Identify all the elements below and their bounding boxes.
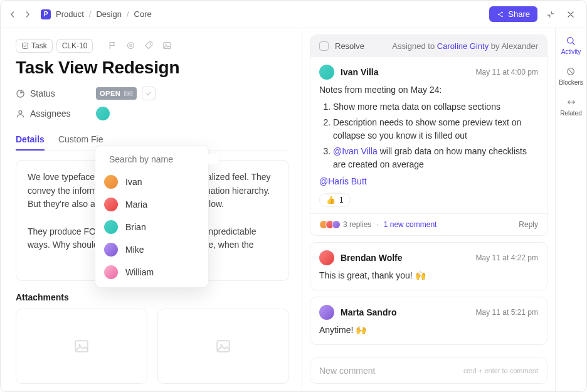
comment-timestamp: May 11 at 4:00 pm: [476, 68, 538, 77]
mention[interactable]: @Haris Butt: [319, 176, 367, 186]
composer-hint: cmd + enter to comment: [463, 367, 538, 374]
avatar: [319, 250, 334, 265]
close-icon[interactable]: [564, 8, 578, 21]
rail-related[interactable]: Related: [560, 97, 581, 117]
assignee-option[interactable]: William: [95, 261, 208, 283]
assignee-dropdown: Ivan Maria Brian Mike William: [95, 145, 209, 288]
task-type-label: Task: [31, 41, 47, 50]
mention[interactable]: @Ivan Villa: [333, 146, 378, 156]
svg-rect-13: [217, 341, 230, 351]
image-icon[interactable]: [160, 38, 174, 53]
assigned-name[interactable]: Caroline Ginty: [437, 41, 489, 51]
comment: Brendan Wolfe May 11 at 4:22 pm This is …: [310, 242, 547, 290]
right-rail: Activity Blockers Related: [555, 28, 586, 391]
breadcrumb-sep: /: [127, 9, 129, 19]
assignee-option[interactable]: Ivan: [95, 171, 208, 193]
attachment-placeholder[interactable]: [157, 309, 289, 384]
svg-point-10: [19, 110, 22, 114]
assignee-option[interactable]: Maria: [95, 193, 208, 216]
tab-details[interactable]: Details: [16, 129, 45, 151]
comment-thread: Resolve Assigned to Caroline Ginty by Al…: [310, 34, 547, 236]
status-value: OPEN: [100, 90, 120, 97]
comment-composer[interactable]: New comment cmd + enter to comment: [310, 358, 547, 384]
svg-point-2: [502, 15, 504, 17]
assignee-avatar[interactable]: [96, 107, 110, 120]
task-badges: Task CLK-10: [16, 38, 289, 53]
svg-point-6: [150, 43, 151, 45]
flag-icon[interactable]: [105, 38, 120, 53]
attachments-heading: Attachments: [16, 292, 289, 302]
rail-activity[interactable]: Activity: [561, 36, 581, 55]
task-detail-pane: Task CLK-10 Task View Redesign Status OP…: [1, 28, 302, 391]
comment-body: This is great, thank you! 🙌: [319, 269, 538, 282]
reply-avatars: [319, 220, 338, 229]
assignee-option[interactable]: Mike: [95, 238, 208, 261]
comment-timestamp: May 11 at 4:22 pm: [476, 253, 538, 262]
composer-placeholder: New comment: [319, 366, 375, 376]
share-label: Share: [508, 9, 530, 19]
reaction-count: 1: [339, 196, 344, 204]
complete-checkbox[interactable]: [142, 87, 156, 100]
svg-rect-7: [164, 43, 171, 49]
comment-timestamp: May 11 at 5:21 pm: [476, 308, 538, 317]
assignee-search-input[interactable]: [109, 154, 219, 164]
comment-author: Ivan Villa: [341, 67, 378, 77]
replies-count[interactable]: 3 replies: [343, 220, 371, 229]
collapse-icon[interactable]: [544, 8, 558, 21]
svg-rect-11: [75, 341, 88, 351]
forward-button[interactable]: [24, 11, 31, 18]
comment-author: Marta Sandro: [341, 307, 396, 317]
svg-rect-3: [23, 43, 28, 48]
comment-body: Notes from meeting on May 24: Show more …: [319, 83, 538, 188]
comment: Marta Sandro May 11 at 5:21 pm Anytime! …: [310, 297, 547, 345]
resolve-label: Resolve: [335, 41, 364, 51]
nav-arrows: [9, 11, 31, 18]
app-icon[interactable]: P: [41, 9, 51, 19]
page-title: Task View Redesign: [16, 58, 289, 78]
status-label: Status: [16, 88, 85, 98]
rail-blockers[interactable]: Blockers: [559, 66, 583, 86]
breadcrumb-item[interactable]: Core: [134, 9, 152, 19]
svg-point-1: [502, 11, 504, 13]
reaction-chip[interactable]: 👍 1: [319, 193, 351, 207]
task-type-badge[interactable]: Task: [16, 39, 53, 53]
reaction-emoji: 👍: [326, 196, 336, 204]
breadcrumb-item[interactable]: Design: [96, 9, 121, 19]
attachment-placeholder[interactable]: [16, 309, 147, 384]
task-id-badge[interactable]: CLK-10: [56, 39, 93, 53]
comment-body: Anytime! 🙌: [319, 324, 538, 337]
avatar: [319, 65, 334, 80]
new-comment-count[interactable]: 1 new comment: [384, 220, 437, 229]
breadcrumb: P Product / Design / Core: [41, 9, 152, 19]
svg-point-0: [498, 13, 500, 15]
reply-button[interactable]: Reply: [519, 220, 538, 229]
svg-point-5: [130, 45, 132, 47]
status-chip[interactable]: OPEN: [96, 87, 137, 100]
share-button[interactable]: Share: [489, 6, 537, 22]
assignee-option[interactable]: Brian: [95, 216, 208, 238]
breadcrumb-sep: /: [89, 9, 92, 19]
target-icon[interactable]: [124, 38, 138, 53]
assigned-meta: Assigned to Caroline Ginty by Alexander: [392, 41, 538, 51]
tag-icon[interactable]: [142, 38, 156, 53]
svg-point-4: [128, 43, 134, 49]
avatar: [319, 305, 334, 320]
resolve-checkbox[interactable]: [319, 41, 329, 51]
back-button[interactable]: [9, 11, 16, 18]
assignees-label: Assignees: [16, 109, 85, 119]
comment-author: Brendan Wolfe: [341, 253, 403, 263]
topbar: P Product / Design / Core Share: [1, 1, 586, 28]
status-caret-icon[interactable]: [124, 91, 133, 96]
breadcrumb-item[interactable]: Product: [56, 9, 84, 19]
